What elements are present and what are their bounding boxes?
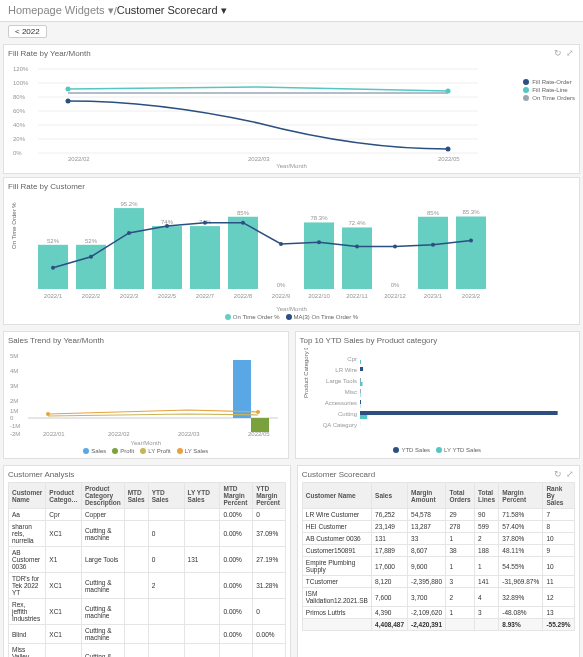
expand-icon[interactable]: ⤢ — [566, 469, 574, 479]
svg-text:85%: 85% — [427, 210, 440, 216]
svg-text:85.3%: 85.3% — [462, 209, 480, 215]
svg-text:2022/8: 2022/8 — [234, 293, 253, 299]
top10-ytd-card: Top 10 YTD Sales by Product category Pro… — [295, 331, 581, 459]
svg-rect-90 — [360, 360, 361, 364]
svg-text:1M: 1M — [10, 408, 18, 414]
table-row[interactable]: LR Wire Customer76,25254,578299071.58%7 — [302, 509, 574, 521]
column-header[interactable]: Total Orders — [446, 483, 475, 509]
svg-text:52%: 52% — [47, 238, 60, 244]
table-row[interactable]: Customer15089117,8898,6073818848.11%9 — [302, 545, 574, 557]
svg-rect-32 — [228, 217, 258, 289]
svg-text:2022/05: 2022/05 — [248, 431, 270, 437]
table-row[interactable]: AaCprCopper0.00%0 — [9, 509, 286, 521]
table-row[interactable]: Rex, jeffith IndustriesXC1Cutting & mach… — [9, 599, 286, 625]
card-title: Top 10 YTD Sales by Product category — [300, 336, 576, 345]
card-title: Fill Rate by Year/Month — [8, 49, 575, 58]
svg-text:2023/2: 2023/2 — [462, 293, 481, 299]
column-header[interactable]: Margin Amount — [408, 483, 446, 509]
svg-text:2022/2: 2022/2 — [82, 293, 101, 299]
column-header[interactable]: LY YTD Sales — [184, 483, 220, 509]
column-header[interactable]: MTD Sales — [124, 483, 148, 509]
svg-rect-79 — [233, 360, 251, 418]
svg-point-81 — [46, 412, 50, 416]
table-row[interactable]: Primos Luttrls4,390-2,109,62013-48.08%13 — [302, 607, 574, 619]
table-row[interactable]: ISM Validation12.2021.SB7,6003,7002432.8… — [302, 588, 574, 607]
column-header[interactable]: Product Catego… — [46, 483, 82, 509]
column-header[interactable]: MTD Margin Percent — [220, 483, 253, 509]
svg-text:20%: 20% — [13, 136, 26, 142]
expand-icon[interactable]: ⤢ — [566, 48, 574, 58]
svg-text:2M: 2M — [10, 398, 18, 404]
fill-rate-year-chart: 120%100%80%60%40%20%0% 2022/022022/03202… — [8, 61, 488, 161]
svg-rect-92 — [360, 367, 363, 371]
customer-analysis-table: Customer NameProduct Catego…Product Cate… — [8, 482, 286, 657]
svg-text:LR Wire: LR Wire — [335, 367, 357, 373]
svg-point-14 — [66, 99, 71, 104]
svg-text:2022/7: 2022/7 — [196, 293, 215, 299]
svg-text:Misc: Misc — [344, 389, 356, 395]
svg-text:2022/5: 2022/5 — [158, 293, 177, 299]
column-header[interactable]: Margin Percent — [499, 483, 543, 509]
svg-text:2022/02: 2022/02 — [108, 431, 130, 437]
top10-ytd-chart: Product Category Description CprLR WireL… — [300, 348, 575, 443]
svg-text:QA Category: QA Category — [322, 422, 356, 428]
card-title: Sales Trend by Year/Month — [8, 336, 284, 345]
table-row[interactable]: AB Customer 0036131331237.80%10 — [302, 533, 574, 545]
svg-text:2022/12: 2022/12 — [384, 293, 406, 299]
svg-text:2023/1: 2023/1 — [424, 293, 443, 299]
filter-chip[interactable]: < 2022 — [8, 25, 47, 38]
column-header[interactable]: Product Category Description — [81, 483, 124, 509]
table-row[interactable]: BlindXC1Cutting & machine0.00%0.00% — [9, 625, 286, 644]
svg-text:52%: 52% — [85, 238, 98, 244]
customer-scorecard-table: Customer NameSalesMargin AmountTotal Ord… — [302, 482, 575, 631]
svg-text:2022/01: 2022/01 — [43, 431, 65, 437]
table-row[interactable]: sharon rels, nurrellaXC1Cutting & machin… — [9, 521, 286, 547]
column-header[interactable]: Customer Name — [9, 483, 46, 509]
table-row[interactable]: TCustomer8,120-2,395,8803141-31,969.87%1… — [302, 576, 574, 588]
breadcrumb-root[interactable]: Homepage Widgets ▾ — [8, 4, 114, 17]
customer-analysis-card: Customer Analysis Customer NameProduct C… — [3, 465, 291, 657]
refresh-icon[interactable]: ↻ — [554, 469, 562, 479]
svg-text:2022/10: 2022/10 — [308, 293, 330, 299]
table-row[interactable]: HEI Customer23,14913,28727859957.40%8 — [302, 521, 574, 533]
svg-text:Accessories: Accessories — [324, 400, 356, 406]
legend: Sales Profit LY Profit LY Sales — [8, 448, 284, 454]
column-header[interactable]: YTD Margin Percent — [253, 483, 286, 509]
table-row[interactable]: Empire Plumbing Supply17,6009,6001154.55… — [302, 557, 574, 576]
table-total-row: 4,408,487-2,420,3918.93%-55.29% — [302, 619, 574, 631]
svg-text:2022/11: 2022/11 — [346, 293, 368, 299]
svg-text:3M: 3M — [10, 383, 18, 389]
svg-text:2022/9: 2022/9 — [272, 293, 291, 299]
svg-text:-2M: -2M — [10, 431, 20, 437]
column-header[interactable]: Rank By Sales — [543, 483, 575, 509]
customer-scorecard-card: Customer Scorecard ↻⤢ Customer NameSales… — [297, 465, 580, 657]
svg-text:Cutting: Cutting — [337, 411, 356, 417]
svg-rect-42 — [418, 217, 448, 289]
svg-point-16 — [66, 87, 71, 92]
table-row[interactable]: AB Customer 0036X1Large Tools01310.00%27… — [9, 547, 286, 573]
svg-text:2022/03: 2022/03 — [178, 431, 200, 437]
refresh-icon[interactable]: ↻ — [554, 48, 562, 58]
table-row[interactable]: TDR's for Tek 2022 YTXC1Cutting & machin… — [9, 573, 286, 599]
column-header[interactable]: Total Lines — [475, 483, 499, 509]
breadcrumb: Homepage Widgets ▾ / Customer Scorecard … — [0, 0, 583, 22]
legend: On Time Order % MA(3) On Time Order % — [8, 314, 575, 320]
svg-text:85%: 85% — [237, 210, 250, 216]
table-row[interactable]: Miss Valley ronda farmerXC1Cutting & mac… — [9, 644, 286, 658]
svg-rect-80 — [251, 418, 269, 432]
card-title: Customer Scorecard — [302, 470, 575, 479]
fill-rate-customer-card: Fill Rate by Customer On Time Order % 52… — [3, 177, 580, 325]
svg-text:Cpr: Cpr — [347, 356, 357, 362]
svg-text:40%: 40% — [13, 122, 26, 128]
svg-point-17 — [446, 89, 451, 94]
column-header[interactable]: Customer Name — [302, 483, 371, 509]
svg-rect-30 — [190, 226, 220, 289]
fill-rate-customer-chart: On Time Order % 52%52%95.2%74%74%85%0%78… — [8, 194, 573, 304]
breadcrumb-current[interactable]: Customer Scorecard ▾ — [117, 4, 227, 17]
sales-trend-chart: 5M4M3M2M1M0-1M-2M 2022/012022/022022/032… — [8, 348, 283, 438]
column-header[interactable]: YTD Sales — [148, 483, 184, 509]
svg-text:80%: 80% — [13, 94, 26, 100]
svg-text:0%: 0% — [13, 150, 22, 156]
svg-text:0%: 0% — [391, 282, 400, 288]
column-header[interactable]: Sales — [372, 483, 408, 509]
